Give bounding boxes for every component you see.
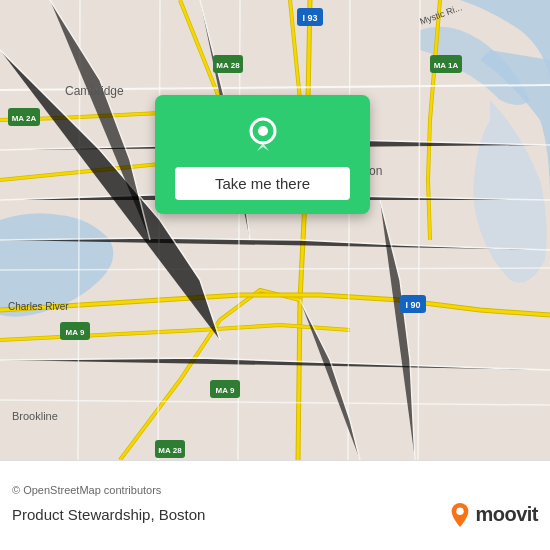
moovit-pin-icon: [449, 502, 471, 528]
svg-text:MA 9: MA 9: [216, 386, 235, 395]
svg-text:I 90: I 90: [405, 300, 420, 310]
svg-text:MA 28: MA 28: [216, 61, 240, 70]
svg-text:Brookline: Brookline: [12, 410, 58, 422]
svg-text:MA 2A: MA 2A: [12, 114, 37, 123]
location-pin-icon: [241, 113, 285, 157]
moovit-brand-name: moovit: [475, 503, 538, 526]
svg-text:MA 1A: MA 1A: [434, 61, 459, 70]
attribution-text: © OpenStreetMap contributors: [12, 484, 538, 496]
footer: © OpenStreetMap contributors Product Ste…: [0, 460, 550, 550]
svg-text:MA 28: MA 28: [158, 446, 182, 455]
footer-bottom: Product Stewardship, Boston moovit: [12, 502, 538, 528]
map-svg: I 93 MA 28 MA 2A MA 2A MA 1A I 90 MA 9 M…: [0, 0, 550, 460]
map-container: I 93 MA 28 MA 2A MA 2A MA 1A I 90 MA 9 M…: [0, 0, 550, 460]
moovit-logo: moovit: [449, 502, 538, 528]
destination-text: Product Stewardship, Boston: [12, 506, 205, 523]
svg-point-27: [457, 507, 464, 514]
svg-point-25: [258, 126, 268, 136]
svg-text:MA 9: MA 9: [66, 328, 85, 337]
svg-text:I 93: I 93: [302, 13, 317, 23]
take-me-there-button[interactable]: Take me there: [175, 167, 350, 200]
svg-text:Cambridge: Cambridge: [65, 84, 124, 98]
svg-text:Charles River: Charles River: [8, 301, 69, 312]
overlay-card[interactable]: Take me there: [155, 95, 370, 214]
